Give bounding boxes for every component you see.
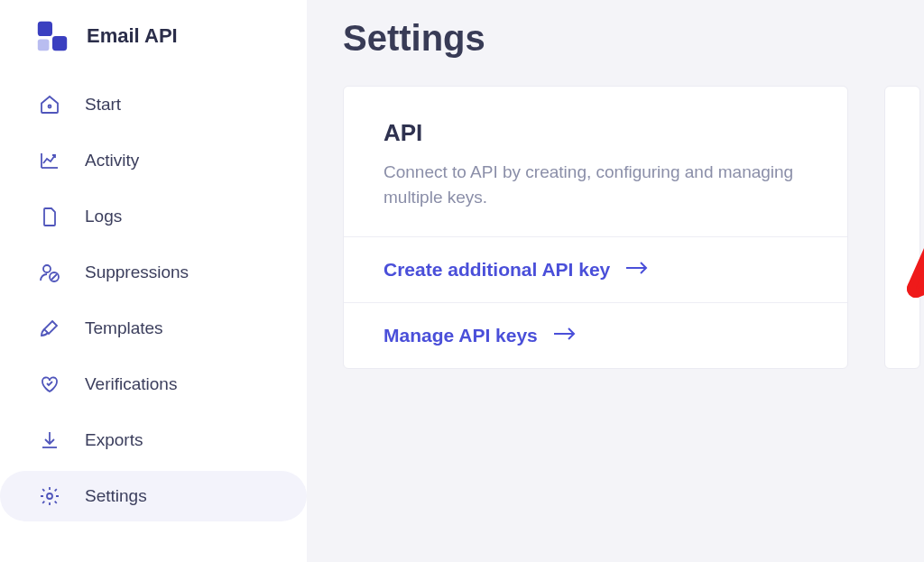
sidebar-item-label: Verifications [85,374,177,394]
heart-check-icon [38,373,61,396]
sidebar-item-label: Activity [85,151,139,170]
home-icon [38,93,61,116]
svg-rect-1 [52,36,67,51]
sidebar-item-exports[interactable]: Exports [0,415,307,465]
sidebar-item-label: Start [85,95,121,115]
api-card-title: API [383,119,808,147]
download-icon [38,428,61,452]
manage-api-keys-link[interactable]: Manage API keys [344,302,847,368]
svg-rect-2 [38,40,50,51]
arrow-right-icon [552,327,578,345]
sidebar-header: Email API [0,9,307,74]
sidebar-item-templates[interactable]: Templates [0,303,307,354]
sidebar-item-label: Settings [85,486,147,506]
sidebar-title: Email API [87,24,178,48]
sidebar-item-suppressions[interactable]: Suppressions [0,247,307,298]
file-icon [38,205,61,228]
sidebar-item-verifications[interactable]: Verifications [0,359,307,410]
brush-icon [38,317,61,340]
sidebar: Email API Start Activity Logs [0,0,307,562]
create-api-key-link[interactable]: Create additional API key [344,236,847,302]
svg-point-6 [47,493,52,499]
sidebar-item-activity[interactable]: Activity [0,135,307,186]
arrow-right-icon [624,261,650,279]
app-logo-icon [36,20,69,52]
gear-icon [38,484,61,508]
svg-rect-0 [38,22,52,36]
settings-cards-row: API Connect to API by creating, configur… [343,86,924,369]
sidebar-item-settings[interactable]: Settings [0,471,307,521]
sidebar-item-label: Logs [85,207,122,226]
api-card: API Connect to API by creating, configur… [343,86,848,369]
manage-api-keys-label: Manage API keys [383,325,538,346]
api-card-description: Connect to API by creating, configuring … [383,160,808,209]
sidebar-item-label: Suppressions [85,263,189,282]
sidebar-item-label: Templates [85,318,163,338]
activity-icon [38,149,61,172]
page-title: Settings [343,18,924,59]
next-card-peek [884,86,920,369]
svg-point-4 [43,265,51,272]
api-card-header: API Connect to API by creating, configur… [344,87,847,236]
main-content: Settings API Connect to API by creating,… [307,0,924,562]
sidebar-item-start[interactable]: Start [0,79,307,130]
sidebar-item-label: Exports [85,430,143,450]
create-api-key-label: Create additional API key [383,259,610,281]
user-block-icon [38,261,61,284]
sidebar-item-logs[interactable]: Logs [0,191,307,242]
svg-point-3 [49,106,51,108]
